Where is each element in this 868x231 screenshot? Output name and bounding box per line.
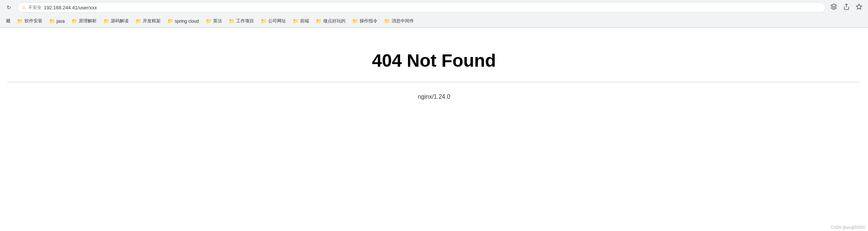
bookmark-item-yuanma[interactable]: 📁 源码解读	[100, 17, 132, 25]
bookmark-item-software[interactable]: 📁 软件安装	[14, 17, 45, 25]
error-heading: 404 Not Found	[372, 50, 496, 71]
bookmark-label: 消息中间件	[392, 18, 414, 24]
url-display: 192.168.244.41/user/xxx	[44, 5, 97, 10]
folder-icon: 📁	[261, 18, 267, 24]
folder-icon: 📁	[49, 18, 55, 24]
security-label: 不安全	[28, 4, 42, 11]
browser-chrome: ↻ ⚠ 不安全 192.168.244.41/user/xxx	[0, 0, 868, 28]
bookmark-label: 做点好玩的	[323, 18, 345, 24]
bookmarks-bar: 藏 📁 软件安装 📁 java 📁 原理解析 📁 源码解读 📁 开发框架 📁 s…	[0, 15, 868, 28]
bookmark-item-xiaozi[interactable]: 📁 消息中间件	[381, 17, 417, 25]
bookmark-item-zuodian[interactable]: 📁 做点好玩的	[313, 17, 348, 25]
bookmark-label: 开发框架	[143, 18, 161, 24]
star-icon	[856, 3, 862, 12]
folder-icon: 📁	[293, 18, 299, 24]
folder-icon: 📁	[352, 18, 358, 24]
bookmark-label: 藏	[6, 18, 10, 24]
bookmark-item-kaifa[interactable]: 📁 开发框架	[132, 17, 164, 25]
bookmark-label: 源码解读	[111, 18, 129, 24]
reload-button[interactable]: ↻	[4, 2, 14, 13]
bookmark-item-springcloud[interactable]: 📁 spring cloud	[164, 17, 202, 25]
nav-bar: ↻ ⚠ 不安全 192.168.244.41/user/xxx	[0, 0, 868, 15]
divider	[7, 82, 861, 82]
nav-right-icons	[829, 2, 864, 13]
bookmark-item-gongsi[interactable]: 📁 公司网址	[258, 17, 289, 25]
folder-icon: 📁	[103, 18, 109, 24]
bookmark-star-button[interactable]	[854, 2, 864, 13]
bookmark-item-yuanli[interactable]: 📁 原理解析	[68, 17, 100, 25]
bookmark-item-cang[interactable]: 藏	[3, 17, 13, 25]
folder-icon: 📁	[17, 18, 23, 24]
translate-button[interactable]	[829, 2, 839, 13]
folder-icon: 📁	[384, 18, 390, 24]
bookmark-label: 软件安装	[25, 18, 42, 24]
bookmark-item-gongzuo[interactable]: 📁 工作项目	[226, 17, 257, 25]
reload-icon: ↻	[7, 4, 11, 10]
translate-icon	[830, 3, 837, 12]
folder-icon: 📁	[316, 18, 322, 24]
bookmark-item-qianduan[interactable]: 📁 前端	[290, 17, 312, 25]
svg-marker-1	[856, 4, 862, 9]
folder-icon: 📁	[167, 18, 173, 24]
page-content: 404 Not Found nginx/1.24.0	[0, 28, 868, 192]
bookmark-label: 前端	[300, 18, 309, 24]
folder-icon: 📁	[135, 18, 141, 24]
bookmark-label: java	[57, 19, 65, 24]
share-button[interactable]	[841, 2, 852, 13]
bookmark-label: 算法	[213, 18, 222, 24]
share-icon	[843, 3, 850, 12]
error-subtext: nginx/1.24.0	[418, 94, 450, 100]
bookmark-label: 公司网址	[268, 18, 286, 24]
folder-icon: 📁	[229, 18, 235, 24]
folder-icon: 📁	[71, 18, 77, 24]
bookmark-label: 操作指令	[360, 18, 377, 24]
folder-icon: 📁	[206, 18, 212, 24]
address-bar[interactable]: ⚠ 不安全 192.168.244.41/user/xxx	[17, 2, 826, 13]
bookmark-label: 工作项目	[236, 18, 254, 24]
security-warning-icon: ⚠	[22, 5, 26, 10]
bookmark-item-caozuo[interactable]: 📁 操作指令	[349, 17, 380, 25]
bookmark-label: spring cloud	[175, 19, 199, 24]
bookmark-item-java[interactable]: 📁 java	[46, 17, 68, 25]
bookmark-label: 原理解析	[79, 18, 97, 24]
bookmark-item-suanfa[interactable]: 📁 算法	[203, 17, 225, 25]
